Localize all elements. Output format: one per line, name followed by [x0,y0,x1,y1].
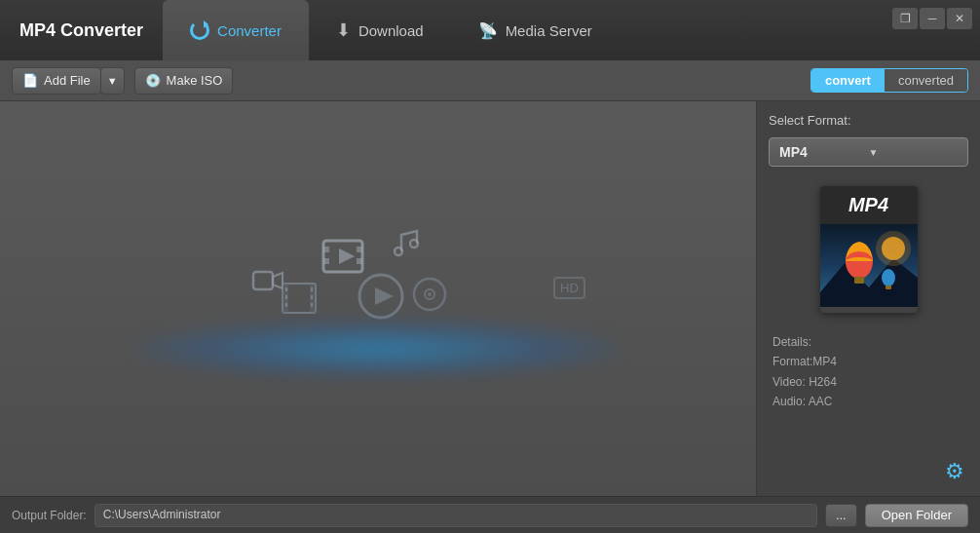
svg-rect-2 [323,258,329,264]
window-controls: ❐ ─ ✕ [892,8,980,29]
svg-rect-18 [311,303,313,307]
main-content: HD Select Format: MP4 ▼ MP4 [0,101,980,496]
video-detail: Video: H264 [773,372,964,392]
svg-point-23 [428,292,432,296]
converter-icon [190,20,209,40]
tab-media-server-label: Media Server [506,22,592,39]
svg-point-27 [876,231,911,266]
format-thumbnail: MP4 [820,186,918,313]
format-detail: Format:MP4 [773,352,964,371]
dropdown-arrow-icon: ▼ [869,147,959,158]
svg-rect-29 [854,277,864,284]
output-path-display: C:\Users\Administrator [94,504,817,527]
close-button[interactable]: ✕ [947,8,972,29]
wifi-icon: 📡 [478,21,498,40]
svg-point-7 [410,240,418,247]
converted-tab-label: converted [898,73,954,88]
title-bar: MP4 Converter Converter ⬇ Download 📡 Med… [0,0,980,60]
add-file-arrow-button[interactable]: ▼ [100,67,125,95]
make-iso-icon: 💿 [145,73,161,88]
bottom-bar: Output Folder: C:\Users\Administrator ..… [0,496,980,533]
thumb-mp4-label: MP4 [848,194,888,215]
add-file-button[interactable]: 📄 Add File [12,67,101,95]
convert-tab-convert[interactable]: convert [811,69,885,92]
download-icon: ⬇ [336,19,351,41]
svg-rect-14 [285,295,287,299]
nav-tabs: Converter ⬇ Download 📡 Media Server [163,0,980,60]
right-panel: Select Format: MP4 ▼ MP4 [756,101,980,496]
format-value: MP4 [779,144,869,160]
svg-rect-33 [886,286,891,289]
svg-rect-1 [323,247,329,252]
svg-marker-5 [339,248,355,264]
add-file-icon: 📄 [22,73,38,88]
tab-converter-label: Converter [217,22,282,39]
drop-area[interactable]: HD [0,101,756,496]
thumb-top: MP4 [820,186,918,224]
app-title: MP4 Converter [0,20,163,41]
select-format-label: Select Format: [769,113,968,128]
open-folder-button[interactable]: Open Folder [865,504,968,527]
tab-download-label: Download [358,22,424,39]
tab-media-server[interactable]: 📡 Media Server [451,0,620,60]
svg-rect-8 [253,272,273,289]
disc-icon [412,277,447,319]
details-label: Details: [773,332,964,352]
blue-glow-effect [134,320,622,378]
gear-icon[interactable]: ⚙ [945,459,964,484]
hd-badge: HD [553,277,585,299]
svg-rect-16 [311,287,313,291]
browse-button[interactable]: ... [825,504,857,527]
format-preview: MP4 [769,176,968,323]
svg-rect-15 [285,303,287,307]
minimize-button[interactable]: ─ [920,8,945,29]
svg-rect-4 [357,258,362,264]
tab-download[interactable]: ⬇ Download [309,0,451,60]
svg-marker-20 [375,287,394,305]
format-details: Details: Format:MP4 Video: H264 Audio: A… [769,332,968,412]
svg-point-32 [882,269,895,286]
make-iso-button[interactable]: 💿 Make ISO [134,67,234,95]
settings-area: ⚙ [769,459,968,484]
convert-tab-converted[interactable]: converted [885,69,967,92]
make-iso-label: Make ISO [167,73,223,88]
convert-tab-label: convert [825,73,871,88]
format-dropdown[interactable]: MP4 ▼ [769,137,968,167]
svg-rect-13 [285,287,287,291]
thumb-image [820,224,918,307]
svg-point-6 [395,247,402,255]
filmstrip-icon [281,282,318,322]
tab-converter[interactable]: Converter [163,0,309,60]
convert-tabs: convert converted [810,68,968,93]
svg-rect-17 [311,295,313,299]
restore-button[interactable]: ❐ [892,8,918,29]
output-folder-label: Output Folder: [12,509,87,522]
music-icon [388,223,425,268]
audio-detail: Audio: AAC [773,392,964,411]
add-file-label: Add File [44,73,91,88]
video-cam-icon [251,267,284,301]
toolbar: 📄 Add File ▼ 💿 Make ISO convert converte… [0,60,980,101]
svg-rect-3 [357,247,362,252]
